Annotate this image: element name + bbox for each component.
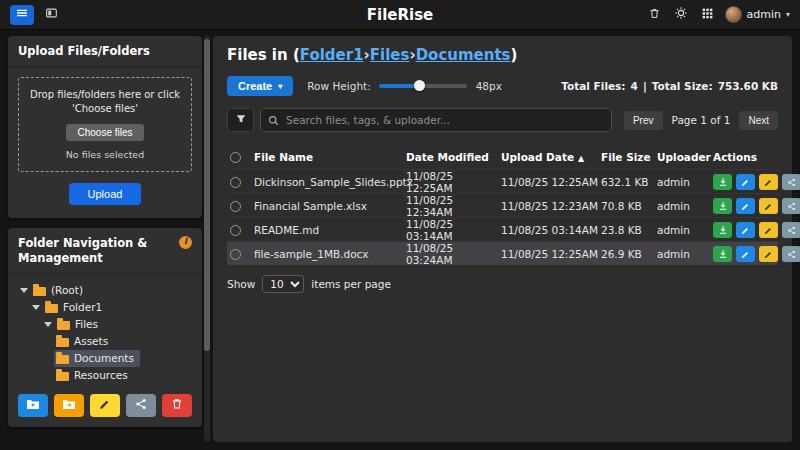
share-button[interactable] xyxy=(782,222,800,238)
col-header-modified[interactable]: Date Modified xyxy=(406,151,501,163)
search-input[interactable] xyxy=(286,114,604,126)
tree-node-root[interactable]: (Root) xyxy=(18,282,89,299)
pencil-icon xyxy=(99,398,111,413)
rename-button[interactable] xyxy=(759,222,778,238)
row-checkbox[interactable] xyxy=(230,201,241,212)
dropzone[interactable]: Drop files/folders here or click 'Choose… xyxy=(18,77,192,172)
sidebar-toggle-button[interactable] xyxy=(42,4,61,25)
theme-toggle-button[interactable] xyxy=(672,4,690,25)
file-name[interactable]: file-sample_1MB.docx xyxy=(254,248,406,260)
table-row[interactable]: Dickinson_Sample_Slides.pptx 11/08/25 12… xyxy=(227,169,778,193)
search-row: Prev Page 1 of 1 Next xyxy=(227,108,778,132)
topbar: FileRise admin ▾ xyxy=(0,0,800,30)
uploader: admin xyxy=(657,200,713,212)
download-button[interactable] xyxy=(713,198,732,214)
file-size: 23.8 KB xyxy=(601,224,657,236)
uploader: admin xyxy=(657,248,713,260)
tree-node-label: (Root) xyxy=(51,284,83,296)
folder-card-title: Folder Navigation & Management xyxy=(18,236,173,266)
edit-button[interactable] xyxy=(736,198,755,214)
row-actions xyxy=(713,174,800,190)
filter-button[interactable] xyxy=(227,108,254,132)
info-icon[interactable]: i xyxy=(179,236,192,249)
slider-thumb[interactable] xyxy=(414,80,425,91)
menu-button[interactable] xyxy=(10,5,34,25)
folder-icon xyxy=(56,355,69,364)
funnel-icon xyxy=(235,113,247,128)
share-button[interactable] xyxy=(782,198,800,214)
chevron-down-icon: ▾ xyxy=(278,82,282,91)
tree-node-label: Folder1 xyxy=(63,301,102,313)
rename-folder-button[interactable] xyxy=(90,394,120,417)
next-page-button[interactable]: Next xyxy=(739,111,778,130)
row-actions xyxy=(713,246,800,262)
file-name[interactable]: Dickinson_Sample_Slides.pptx xyxy=(254,176,406,188)
share-button[interactable] xyxy=(782,246,800,262)
edit-button[interactable] xyxy=(736,246,755,262)
download-button[interactable] xyxy=(713,246,732,262)
breadcrumb-link-folder1[interactable]: Folder1 xyxy=(300,46,364,64)
upload-button[interactable]: Upload xyxy=(69,183,142,205)
share-button[interactable] xyxy=(782,174,800,190)
files-table: File Name Date Modified Upload Date▲ Fil… xyxy=(227,145,778,265)
apps-grid-button[interactable] xyxy=(699,5,716,25)
rename-button[interactable] xyxy=(759,246,778,262)
upload-date: 11/08/25 12:25AM xyxy=(501,176,601,188)
row-checkbox[interactable] xyxy=(230,177,241,188)
trash-icon xyxy=(648,7,661,23)
tree-node-label: Resources xyxy=(74,369,128,381)
tree-node-folder1[interactable]: Folder1 xyxy=(30,299,108,316)
dropzone-text-line1: Drop files/folders here or click xyxy=(30,89,180,100)
breadcrumb-link-files[interactable]: Files xyxy=(370,46,410,64)
row-checkbox[interactable] xyxy=(230,249,241,260)
download-button[interactable] xyxy=(713,222,732,238)
move-folder-button[interactable] xyxy=(54,394,84,417)
file-name[interactable]: README.md xyxy=(254,224,406,236)
create-button[interactable]: Create ▾ xyxy=(227,76,293,96)
download-button[interactable] xyxy=(713,174,732,190)
upload-date: 11/08/25 12:25AM xyxy=(501,248,601,260)
row-height-value: 48px xyxy=(476,80,502,92)
create-folder-button[interactable] xyxy=(18,394,48,417)
trash-view-button[interactable] xyxy=(646,5,663,25)
rename-button[interactable] xyxy=(759,198,778,214)
items-per-page-select[interactable]: 10 xyxy=(262,275,304,293)
share-icon xyxy=(787,175,796,190)
table-row[interactable]: README.md 11/08/25 03:14AM 11/08/25 03:1… xyxy=(227,217,778,241)
col-header-uploaded[interactable]: Upload Date▲ xyxy=(501,151,601,163)
tree-node-label: Assets xyxy=(74,335,108,347)
download-icon xyxy=(718,199,728,214)
choose-files-button[interactable]: Choose files xyxy=(66,124,143,141)
folder-icon xyxy=(56,338,69,347)
share-folder-button[interactable] xyxy=(126,394,156,417)
tree-node-documents[interactable]: Documents xyxy=(54,350,140,367)
file-name[interactable]: Financial Sample.xlsx xyxy=(254,200,406,212)
col-header-size[interactable]: File Size xyxy=(601,151,657,163)
edit-button[interactable] xyxy=(736,222,755,238)
main-scrollbar-track[interactable] xyxy=(204,36,210,442)
col-header-uploader[interactable]: Uploader xyxy=(657,151,713,163)
table-row[interactable]: Financial Sample.xlsx 11/08/25 12:34AM 1… xyxy=(227,193,778,217)
rename-button[interactable] xyxy=(759,174,778,190)
create-button-label: Create xyxy=(238,80,272,92)
layout-panel-icon xyxy=(44,6,59,23)
no-files-text: No files selected xyxy=(25,148,185,162)
breadcrumb-link-documents[interactable]: Documents xyxy=(416,46,511,64)
prev-page-button[interactable]: Prev xyxy=(624,111,663,130)
totals-divider: | xyxy=(643,80,647,92)
row-height-slider[interactable] xyxy=(379,84,467,88)
tree-caret-icon xyxy=(20,288,28,293)
heading-suffix: ) xyxy=(511,46,518,64)
page-status: Page 1 of 1 xyxy=(672,114,731,126)
col-header-name[interactable]: File Name xyxy=(254,151,406,163)
table-row[interactable]: file-sample_1MB.docx 11/08/25 03:24AM 11… xyxy=(227,241,778,265)
tree-node-files[interactable]: Files xyxy=(42,316,104,333)
row-checkbox[interactable] xyxy=(230,225,241,236)
select-all-checkbox[interactable] xyxy=(230,152,241,163)
delete-folder-button[interactable] xyxy=(162,394,192,417)
edit-button[interactable] xyxy=(736,174,755,190)
tree-node-assets[interactable]: Assets xyxy=(54,333,114,350)
tree-node-resources[interactable]: Resources xyxy=(54,367,134,384)
main-scrollbar-thumb[interactable] xyxy=(204,39,210,351)
user-menu[interactable]: admin ▾ xyxy=(725,6,790,23)
